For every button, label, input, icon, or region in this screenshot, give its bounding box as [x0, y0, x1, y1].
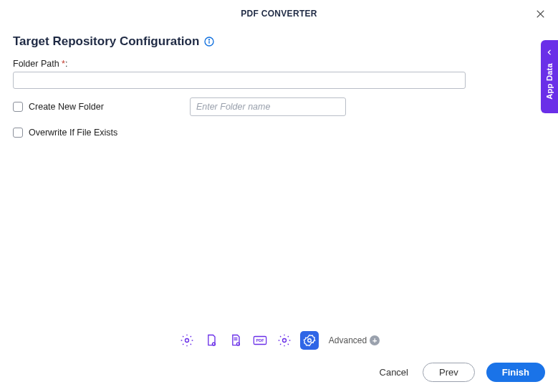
close-icon — [535, 9, 546, 19]
svg-point-12 — [282, 339, 286, 343]
overwrite-row: Overwrite If File Exists — [13, 128, 545, 138]
advanced-label: Advanced — [329, 335, 367, 345]
side-tab-label: App Data — [545, 63, 554, 100]
pdf-icon: PDF — [252, 333, 268, 348]
close-button[interactable] — [532, 6, 548, 21]
folder-name-input[interactable] — [190, 97, 346, 116]
chevron-left-icon — [546, 46, 553, 59]
cancel-button[interactable]: Cancel — [377, 363, 411, 382]
document-gear-alt-icon — [229, 333, 243, 348]
folder-path-input[interactable] — [13, 72, 466, 89]
section-title: Target Repository Configuration — [13, 34, 199, 49]
svg-point-4 — [209, 39, 210, 40]
step-1-general[interactable] — [178, 332, 196, 349]
wizard-steps: PDF Advanced + — [13, 331, 545, 350]
dialog-title: PDF CONVERTER — [241, 9, 317, 19]
folder-path-label-row: Folder Path *: — [13, 59, 545, 69]
step-2-source-doc[interactable] — [203, 332, 220, 349]
create-new-folder-label: Create New Folder — [29, 102, 104, 112]
overwrite-label: Overwrite If File Exists — [29, 128, 117, 138]
step-6-target-repo[interactable] — [300, 331, 319, 350]
overwrite-checkbox[interactable] — [13, 128, 23, 138]
document-gear-icon — [204, 333, 218, 348]
step-3-target-doc[interactable] — [227, 332, 244, 349]
svg-point-9 — [236, 343, 239, 345]
gear-badge-icon — [303, 334, 316, 347]
folder-path-label: Folder Path — [13, 59, 59, 69]
dialog-content: Target Repository Configuration Folder P… — [0, 27, 558, 138]
section-title-row: Target Repository Configuration — [13, 34, 545, 49]
footer-buttons: Cancel Prev Finish — [13, 363, 545, 382]
svg-point-13 — [308, 339, 312, 343]
prev-button[interactable]: Prev — [423, 363, 475, 382]
plus-circle-icon: + — [370, 335, 380, 345]
step-5-options[interactable] — [276, 332, 293, 349]
svg-text:PDF: PDF — [256, 338, 264, 343]
create-new-folder-checkbox[interactable] — [13, 102, 23, 112]
svg-point-5 — [185, 339, 188, 343]
app-data-side-tab[interactable]: App Data — [541, 40, 558, 113]
step-4-pdf[interactable]: PDF — [251, 332, 269, 349]
create-folder-row: Create New Folder — [13, 97, 545, 116]
gear-icon — [180, 333, 194, 348]
dialog-header: PDF CONVERTER — [0, 0, 558, 27]
advanced-toggle[interactable]: Advanced + — [329, 335, 380, 345]
info-icon[interactable] — [203, 36, 215, 47]
label-colon: : — [65, 59, 67, 69]
gear-icon — [277, 333, 292, 348]
dialog-footer: PDF Advanced + Cancel Prev Finish — [0, 331, 558, 382]
finish-button[interactable]: Finish — [486, 363, 545, 382]
